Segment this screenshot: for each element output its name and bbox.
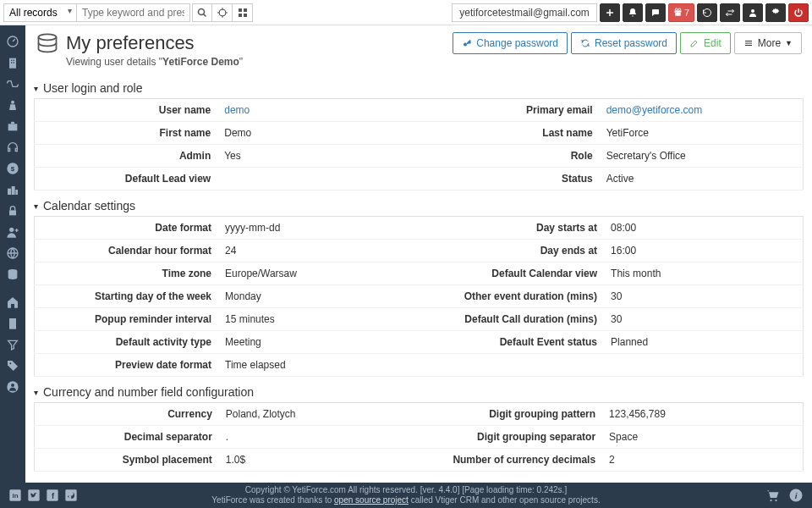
target-button[interactable] <box>212 3 233 22</box>
nav-lock[interactable] <box>0 200 25 221</box>
field-label: Admin <box>35 145 218 168</box>
add-button[interactable] <box>600 3 620 22</box>
change-password-button[interactable]: Change password <box>453 32 568 54</box>
field-label: Day starts at <box>420 217 604 240</box>
field-value: . <box>219 426 418 449</box>
svg-point-17 <box>678 8 681 11</box>
search-button[interactable] <box>192 3 212 22</box>
svg-rect-15 <box>678 11 678 16</box>
more-button[interactable]: More▼ <box>734 32 802 54</box>
topbar: All records yetiforcetestmail@gmail.com <box>0 0 812 25</box>
svg-rect-33 <box>15 190 18 195</box>
svg-line-1 <box>204 14 206 16</box>
svg-text:i: i <box>795 491 798 500</box>
search-icon <box>197 8 207 18</box>
flow-icon <box>6 77 19 91</box>
headset-icon <box>6 141 19 154</box>
settings-button[interactable] <box>765 3 786 22</box>
notifications-button[interactable] <box>623 3 643 22</box>
nav-database[interactable] <box>0 263 25 284</box>
nav-user2[interactable] <box>0 376 25 397</box>
svg-point-57 <box>775 500 776 501</box>
field-value[interactable]: demo@yetiforce.com <box>600 99 804 122</box>
edit-button[interactable]: Edit <box>680 32 731 54</box>
topbar-left: All records <box>3 3 253 22</box>
nav-buildings2[interactable] <box>0 179 25 200</box>
power-button[interactable] <box>788 3 809 22</box>
field-row: User namedemoPrimary emaildemo@yetiforce… <box>35 99 804 122</box>
gauge-icon <box>6 35 19 48</box>
grid-icon <box>238 8 248 18</box>
nav-briefcase[interactable] <box>0 115 25 136</box>
field-label: Time zone <box>35 262 219 285</box>
nav-support[interactable] <box>0 136 25 157</box>
svg-point-45 <box>464 43 467 47</box>
history-button[interactable] <box>697 3 717 22</box>
svg-rect-32 <box>12 186 15 195</box>
svg-point-2 <box>219 9 226 16</box>
field-row: Symbol placement1.0$Number of currency d… <box>35 449 804 472</box>
opensource-link[interactable]: open source project <box>334 495 409 505</box>
facebook-icon[interactable]: f <box>46 489 59 502</box>
svg-point-18 <box>751 9 754 13</box>
svg-point-41 <box>9 362 11 364</box>
footer-text: Copyright © YetiForce.com All rights res… <box>211 485 600 505</box>
gear-icon <box>771 8 781 18</box>
nav-dashboard[interactable] <box>0 30 25 52</box>
user-button[interactable] <box>743 3 763 22</box>
field-value <box>217 168 415 190</box>
search-input[interactable] <box>77 3 190 22</box>
nav-global[interactable] <box>0 242 25 263</box>
cart-icon[interactable] <box>765 488 780 503</box>
field-label: Starting day of the week <box>35 285 219 308</box>
nav-tag[interactable] <box>0 355 25 376</box>
twitter-icon[interactable] <box>27 489 41 502</box>
nav-building3[interactable] <box>0 312 25 334</box>
nav-chess[interactable] <box>0 94 25 115</box>
svg-point-44 <box>39 34 57 40</box>
chat-button[interactable] <box>645 3 666 22</box>
pawn-icon <box>6 98 19 112</box>
section-calendar-title[interactable]: ▾Calendar settings <box>34 194 804 216</box>
section-login-title[interactable]: ▾User login and role <box>34 76 804 98</box>
svg-rect-24 <box>14 59 14 60</box>
transfer-button[interactable] <box>720 3 740 22</box>
records-selector[interactable]: All records <box>3 3 77 22</box>
nav-process[interactable] <box>0 73 25 94</box>
field-label: Other event duration (mins) <box>420 285 604 308</box>
field-label: Digit grouping separator <box>418 426 602 449</box>
user2-icon <box>6 380 19 394</box>
field-label: Date format <box>35 217 219 240</box>
home-icon <box>6 295 19 309</box>
field-label: Default Call duration (mins) <box>420 308 604 331</box>
field-label: Day ends at <box>420 240 604 262</box>
reset-password-button[interactable]: Reset password <box>571 32 677 54</box>
nav-companies[interactable] <box>0 52 25 73</box>
github-icon[interactable] <box>64 489 78 502</box>
pencil-icon <box>689 38 700 48</box>
field-row: Preview date formatTime elapsed <box>35 354 804 377</box>
field-value: Monday <box>218 285 420 308</box>
grid-button[interactable] <box>233 3 253 22</box>
city-icon <box>6 183 19 196</box>
chevron-down-icon: ▾ <box>34 202 38 211</box>
email-display[interactable]: yetiforcetestmail@gmail.com <box>452 3 597 22</box>
nav-home[interactable] <box>0 291 25 312</box>
info-icon[interactable]: i <box>788 488 804 503</box>
field-row: Default Lead viewStatusActive <box>35 168 804 190</box>
briefcase-icon <box>6 119 19 133</box>
nav-adduser[interactable] <box>0 221 25 242</box>
section-currency-title[interactable]: ▾Currency and number field configuration <box>34 380 804 402</box>
nav-filter[interactable] <box>0 334 25 355</box>
login-table: User namedemoPrimary emaildemo@yetiforce… <box>34 98 804 190</box>
chat-icon <box>650 8 661 18</box>
field-label: Calendar hour format <box>35 240 219 262</box>
linkedin-icon[interactable]: in <box>8 489 22 502</box>
footer: in f Copyright © YetiForce.com All right… <box>0 483 812 508</box>
svg-point-27 <box>11 100 14 103</box>
calendar-badge-button[interactable]: 7 <box>668 3 694 22</box>
svg-point-0 <box>199 8 205 14</box>
calendar-badge-count: 7 <box>684 8 689 18</box>
field-value[interactable]: demo <box>217 99 415 122</box>
nav-finance[interactable]: $ <box>0 157 25 179</box>
